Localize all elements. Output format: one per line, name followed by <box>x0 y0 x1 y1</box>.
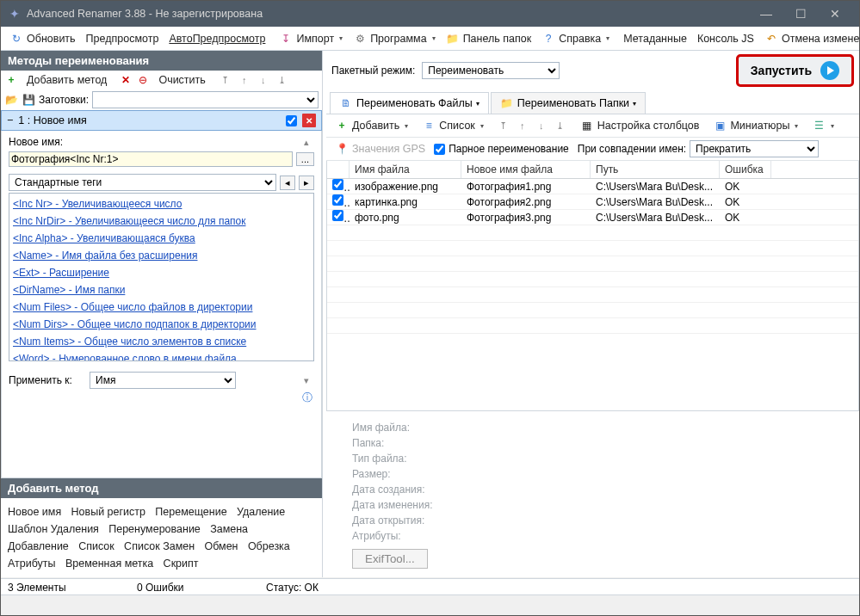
collision-select[interactable]: Прекратить <box>690 140 819 157</box>
view-options-button[interactable]: ☰ <box>807 117 839 134</box>
nav-down-button[interactable]: ▾ <box>299 373 314 388</box>
file-down-button[interactable]: ↓ <box>534 118 549 133</box>
info-icon[interactable]: ⓘ <box>300 391 314 404</box>
preview-button[interactable]: Предпросмотр <box>81 31 164 46</box>
run-button[interactable]: Запустить <box>736 54 854 87</box>
import-menu[interactable]: ↧Импорт <box>274 30 348 47</box>
table-row[interactable]: 🗎 изображение.png Фотография1.png C:\Use… <box>327 179 858 194</box>
col-path[interactable]: Путь <box>591 161 720 178</box>
tag-category-select[interactable]: Стандартные теги <box>9 174 276 191</box>
file-up-button[interactable]: ↑ <box>515 118 530 133</box>
x-icon: ✕ <box>119 73 133 87</box>
method-link[interactable]: Перемещение <box>155 503 233 521</box>
move-bottom-button[interactable]: ⤓ <box>275 72 290 88</box>
clear-button[interactable]: Очистить <box>153 72 210 88</box>
tag-link[interactable]: <DirName> - Имя папки <box>13 281 310 299</box>
folder-panel-button[interactable]: 📁Панель папок <box>441 30 537 47</box>
method-enabled-checkbox[interactable] <box>286 115 297 126</box>
minimize-button[interactable]: ― <box>749 1 783 27</box>
status-ok: Статус: ОК <box>266 582 395 594</box>
tag-link[interactable]: <Inc Alpha> - Увеличивающаяся буква <box>13 230 310 247</box>
gps-button[interactable]: 📍Значения GPS <box>330 140 430 157</box>
open-preset-icon[interactable]: 📂 <box>4 93 18 107</box>
add-method-panel: Новое имя Новый регистр Перемещение Удал… <box>1 498 322 577</box>
method-link[interactable]: Обмен <box>204 538 244 555</box>
plus-icon: + <box>4 73 18 87</box>
auto-preview-button[interactable]: АвтоПредпросмотр <box>164 31 270 46</box>
move-top-button[interactable]: ⤒ <box>218 72 233 88</box>
more-button[interactable]: ... <box>296 152 314 166</box>
tag-link[interactable]: <Name> - Имя файла без расширения <box>13 247 310 264</box>
collapse-icon[interactable]: − <box>7 114 13 126</box>
method-link[interactable]: Список Замен <box>124 538 201 555</box>
file-bottom-button[interactable]: ⤓ <box>553 118 568 133</box>
add-method-button[interactable]: Добавить метод <box>22 72 112 88</box>
method-link[interactable]: Обрезка <box>248 538 297 555</box>
folder-icon: 📁 <box>500 96 514 110</box>
file-icon: 🗎 <box>339 96 353 110</box>
close-button[interactable]: ✕ <box>818 1 852 27</box>
table-row[interactable]: 🗎 фото.png Фотография3.png C:\Users\Mara… <box>327 210 858 225</box>
tag-link[interactable]: <Num Files> - Общее число файлов в дирек… <box>13 299 310 316</box>
tag-link[interactable]: <Inc Nr> - Увеличивающееся число <box>13 195 310 213</box>
tag-link[interactable]: <Word> - Нумерованное слово в имени файл… <box>13 350 310 361</box>
new-name-input[interactable] <box>9 151 293 167</box>
method-link[interactable]: Список <box>78 538 121 555</box>
batch-mode-select[interactable]: Переименовать <box>422 62 560 79</box>
undo-changes-button[interactable]: ↶Отмена изменений... <box>759 30 860 47</box>
metadata-button[interactable]: Метаданные <box>618 31 692 46</box>
row-checkbox[interactable] <box>332 194 343 206</box>
apply-to-select[interactable]: Имя <box>90 372 236 389</box>
tag-link[interactable]: <Num Dirs> - Общее число подпапок в дире… <box>13 316 310 333</box>
image-icon: ▣ <box>713 119 727 132</box>
method-link[interactable]: Шаблон Удаления <box>8 521 106 538</box>
save-preset-icon[interactable]: 💾 <box>22 93 35 107</box>
main-toolbar: ↻Обновить Предпросмотр АвтоПредпросмотр … <box>1 27 859 51</box>
method-link[interactable]: Замена <box>210 521 255 538</box>
thumbs-button[interactable]: ▣Миниатюры <box>708 117 803 134</box>
prev-tag-button[interactable]: ◂ <box>280 176 295 190</box>
col-name[interactable]: Имя файла <box>350 161 461 178</box>
method-link[interactable]: Атрибуты <box>8 555 63 572</box>
method-link[interactable]: Временная метка <box>65 555 160 572</box>
method-link[interactable]: Скрипт <box>164 555 206 572</box>
row-checkbox[interactable] <box>332 179 343 190</box>
exiftool-button[interactable]: ExifTool... <box>352 549 428 569</box>
method-link[interactable]: Добавление <box>8 538 76 555</box>
method-link[interactable]: Новое имя <box>8 503 68 521</box>
row-checkbox[interactable] <box>332 210 343 221</box>
move-up-button[interactable]: ↑ <box>237 72 252 88</box>
col-new[interactable]: Новое имя файла <box>461 161 591 178</box>
file-top-button[interactable]: ⤒ <box>496 118 511 133</box>
tab-files[interactable]: 🗎Переименовать Файлы▾ <box>330 92 489 114</box>
tag-link[interactable]: <Ext> - Расширение <box>13 264 310 281</box>
tag-link[interactable]: <Num Items> - Общее число элементов в сп… <box>13 333 310 350</box>
columns-button[interactable]: ▦Настройка столбцов <box>575 117 705 134</box>
tag-list: <Inc Nr> - Увеличивающееся число <Inc Nr… <box>9 193 314 361</box>
program-menu[interactable]: ⚙Программа <box>348 30 441 47</box>
pair-checkbox[interactable] <box>434 144 445 155</box>
nav-up-button[interactable]: ▴ <box>299 134 314 150</box>
add-files-button[interactable]: +Добавить <box>330 117 413 134</box>
maximize-button[interactable]: ☐ <box>783 1 818 27</box>
move-down-button[interactable]: ↓ <box>256 72 271 88</box>
list-menu[interactable]: ≡Список <box>417 117 489 134</box>
tab-folders[interactable]: 📁Переименовать Папки▾ <box>491 92 646 114</box>
col-err[interactable]: Ошибка <box>720 161 771 178</box>
method-link[interactable]: Перенумерование <box>108 521 207 538</box>
minus-icon: ⊖ <box>136 73 150 87</box>
detail-type: Тип файла: <box>352 451 833 466</box>
next-tag-button[interactable]: ▸ <box>299 176 314 190</box>
method-title-text: 1 : Новое имя <box>18 114 87 126</box>
console-js-button[interactable]: Консоль JS <box>692 31 759 46</box>
tag-link[interactable]: <Inc NrDir> - Увеличивающееся число для … <box>13 213 310 230</box>
help-menu[interactable]: ?Справка <box>536 30 615 47</box>
table-row[interactable]: 🗎 картинка.png Фотография2.png C:\Users\… <box>327 194 858 210</box>
method-close-icon[interactable]: ✕ <box>302 114 316 127</box>
method-link[interactable]: Удаление <box>237 503 292 521</box>
presets-select[interactable] <box>92 91 319 108</box>
refresh-button[interactable]: ↻Обновить <box>4 30 81 47</box>
method-link[interactable]: Новый регистр <box>71 503 152 521</box>
method-header[interactable]: − 1 : Новое имя ✕ <box>1 110 322 131</box>
help-icon: ? <box>541 32 555 46</box>
